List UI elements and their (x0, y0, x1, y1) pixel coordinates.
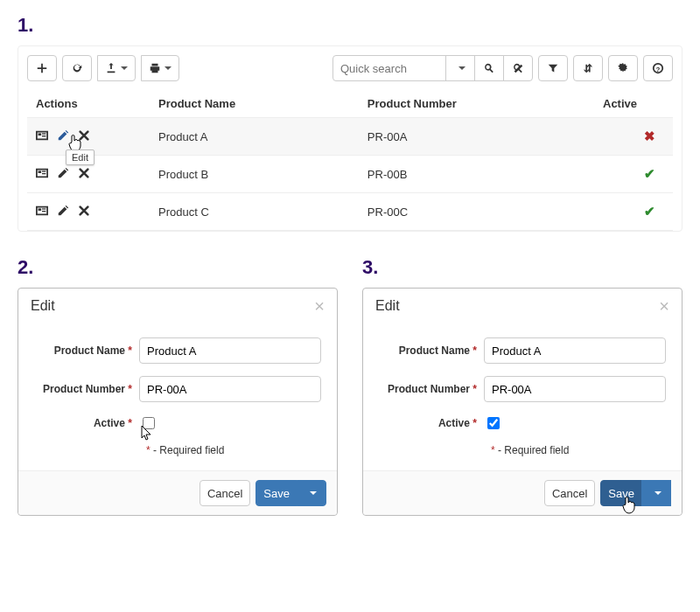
delete-icon[interactable] (78, 129, 90, 142)
required-marker: * (472, 417, 477, 429)
svg-rect-13 (42, 211, 46, 212)
search-icon (483, 62, 495, 74)
table-row[interactable]: Edit Product A PR-00A ✖ (27, 118, 673, 156)
filter-icon (547, 62, 559, 74)
print-button[interactable] (141, 55, 179, 81)
delete-icon[interactable] (78, 167, 90, 179)
col-name[interactable]: Product Name (150, 90, 359, 118)
refresh-button[interactable] (62, 55, 92, 81)
cell-name: Product A (150, 118, 359, 156)
card-icon[interactable] (36, 205, 48, 217)
card-icon[interactable] (36, 167, 48, 179)
svg-rect-9 (42, 173, 46, 174)
label-number: Product Number (388, 383, 470, 395)
required-marker: * (472, 344, 477, 357)
svg-text:?: ? (656, 66, 661, 73)
close-icon[interactable]: × (659, 297, 669, 315)
required-note: - Required field (150, 444, 225, 456)
cell-number: PR-00C (359, 193, 594, 231)
export-icon (105, 62, 117, 74)
product-number-input[interactable] (484, 376, 666, 402)
svg-rect-4 (42, 133, 46, 134)
save-button[interactable]: Save (256, 480, 298, 506)
label-number: Product Number (43, 383, 125, 395)
col-number[interactable]: Product Number (359, 90, 594, 118)
sort-button[interactable] (573, 55, 603, 81)
settings-button[interactable] (608, 55, 638, 81)
active-checkbox[interactable] (487, 417, 500, 429)
close-icon[interactable]: × (314, 297, 325, 315)
active-checkbox[interactable] (143, 417, 155, 429)
cell-number: PR-00A (359, 118, 594, 156)
data-grid: Actions Product Name Product Number Acti… (27, 90, 673, 231)
table-header-row: Actions Product Name Product Number Acti… (27, 90, 673, 118)
step-3-label: 3. (362, 256, 682, 279)
product-name-input[interactable] (139, 337, 321, 364)
caret-icon (164, 66, 172, 70)
label-name: Product Name (54, 344, 125, 357)
grid-panel: ? Actions Product Name Product Number Ac… (18, 45, 682, 232)
edit-dialog: Edit × Product Name * Product Number * A… (362, 288, 682, 516)
card-icon[interactable] (36, 129, 48, 142)
edit-dialog: Edit × Product Name * Product Number * A… (18, 288, 338, 516)
table-row[interactable]: Product C PR-00C ✔ (27, 193, 673, 231)
required-marker: * (472, 383, 477, 395)
col-actions[interactable]: Actions (27, 90, 150, 118)
plus-icon (36, 62, 48, 74)
label-active: Active (94, 417, 125, 429)
search-dropdown-button[interactable] (445, 55, 475, 81)
cell-name: Product B (150, 156, 359, 193)
dialog-title: Edit (31, 298, 55, 314)
svg-rect-7 (38, 170, 42, 173)
step-1-label: 1. (18, 14, 682, 37)
gear-icon (617, 62, 629, 74)
active-icon: ✔ (644, 204, 655, 219)
search-button[interactable] (474, 55, 504, 81)
add-button[interactable] (27, 55, 57, 81)
save-dropdown-button[interactable] (297, 480, 326, 506)
search-clear-icon (512, 62, 524, 74)
required-marker: * (128, 417, 132, 429)
cancel-button[interactable]: Cancel (544, 480, 595, 506)
edit-icon[interactable] (57, 205, 69, 217)
step-2-label: 2. (18, 256, 338, 279)
col-active[interactable]: Active (594, 90, 673, 118)
edit-icon[interactable] (57, 167, 69, 179)
svg-rect-8 (42, 170, 46, 171)
export-button[interactable] (97, 55, 136, 81)
filter-button[interactable] (538, 55, 568, 81)
print-icon (149, 62, 161, 74)
svg-rect-3 (38, 133, 42, 136)
caret-icon (310, 491, 317, 495)
active-icon: ✔ (644, 166, 655, 181)
cancel-button[interactable]: Cancel (200, 480, 250, 506)
svg-rect-12 (42, 208, 46, 209)
label-name: Product Name (399, 344, 470, 357)
table-row[interactable]: Product B PR-00B ✔ (27, 156, 673, 193)
inactive-icon: ✖ (644, 129, 655, 143)
cell-name: Product C (150, 193, 359, 231)
help-button[interactable]: ? (643, 55, 673, 81)
label-active: Active (438, 417, 470, 429)
caret-icon (654, 491, 662, 495)
save-dropdown-button[interactable] (641, 480, 671, 506)
required-marker: * (128, 344, 132, 357)
caret-icon (458, 66, 466, 70)
toolbar: ? (27, 55, 673, 81)
product-name-input[interactable] (484, 337, 666, 364)
caret-icon (121, 66, 128, 70)
required-note: - Required field (495, 444, 570, 456)
quick-search-input[interactable] (332, 55, 446, 81)
svg-rect-5 (42, 136, 46, 136)
refresh-icon (71, 62, 83, 74)
edit-icon[interactable] (57, 129, 69, 142)
dialog-title: Edit (375, 298, 400, 314)
search-clear-button[interactable] (503, 55, 533, 81)
save-button[interactable]: Save (600, 480, 642, 506)
cell-number: PR-00B (359, 156, 594, 193)
help-icon: ? (652, 62, 664, 74)
required-marker: * (128, 383, 132, 395)
delete-icon[interactable] (78, 205, 90, 217)
svg-rect-11 (38, 208, 42, 211)
product-number-input[interactable] (139, 376, 321, 402)
